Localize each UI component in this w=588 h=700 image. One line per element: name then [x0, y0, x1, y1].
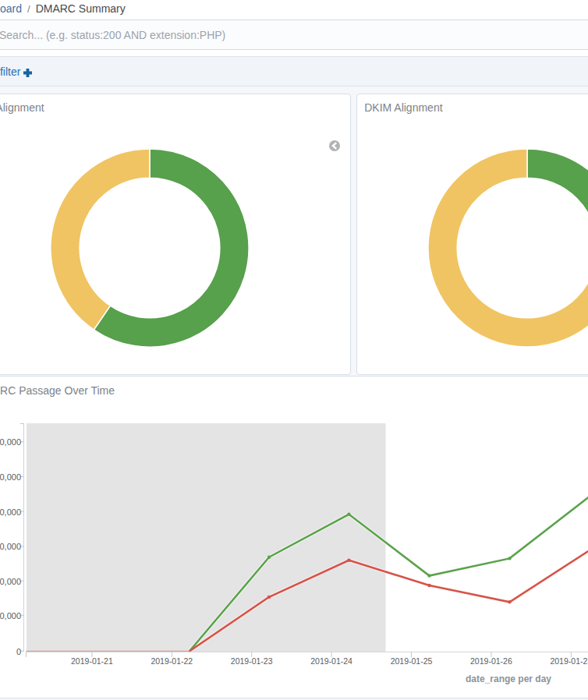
svg-text:400,000: 400,000: [0, 577, 21, 586]
svg-text:2019-01-25: 2019-01-25: [391, 656, 433, 666]
svg-text:2019-01-21: 2019-01-21: [71, 656, 113, 666]
svg-text:date_range per day: date_range per day: [466, 673, 551, 684]
svg-text:2019-01-26: 2019-01-26: [470, 656, 512, 666]
svg-text:2019-01-24: 2019-01-24: [310, 656, 352, 666]
svg-text:2019-01-27: 2019-01-27: [550, 656, 588, 666]
svg-text:200,000: 200,000: [0, 611, 21, 620]
svg-text:1,200,000: 1,200,000: [0, 437, 21, 447]
svg-text:1,000,000: 1,000,000: [0, 472, 21, 482]
svg-text:2019-01-23: 2019-01-23: [231, 656, 273, 666]
svg-text:600,000: 600,000: [0, 542, 21, 551]
svg-text:800,000: 800,000: [0, 507, 21, 517]
svg-text:2019-01-22: 2019-01-22: [151, 656, 193, 666]
svg-text:0: 0: [16, 647, 21, 656]
